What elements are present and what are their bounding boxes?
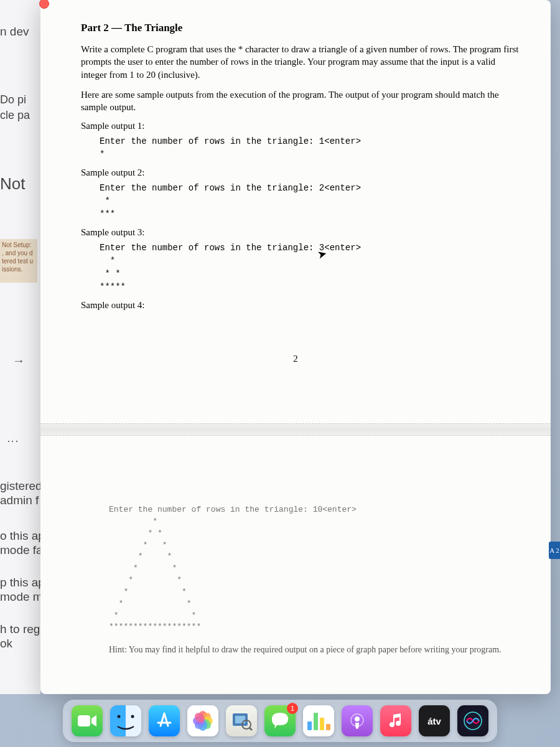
page-2-content: Enter the number of rows in the triangle…: [81, 504, 520, 656]
appstore-app-icon[interactable]: [149, 705, 180, 736]
bg-text: admin f: [0, 494, 39, 507]
svg-point-2: [131, 715, 134, 718]
document-window: Part 2 — The Triangle Write a complete C…: [40, 0, 551, 694]
background-window: n dev Do pi cle pa Not Not Setup: , and …: [0, 0, 40, 694]
messages-app-icon[interactable]: 1: [264, 705, 296, 736]
svg-line-6: [250, 728, 252, 730]
sample-label: Sample output 3:: [81, 227, 520, 238]
finder-app-icon[interactable]: [110, 705, 141, 736]
hint-text: Hint: You may find it helpful to draw th…: [109, 644, 520, 656]
bg-text: o this ap: [0, 529, 45, 543]
arrow-icon[interactable]: →: [12, 354, 25, 368]
bg-text: ok: [0, 637, 12, 651]
sample-label: Sample output 2:: [81, 167, 520, 178]
bg-text: Do pi: [0, 93, 26, 106]
page-number: 2: [293, 354, 298, 364]
bg-text: mode m: [0, 590, 43, 604]
svg-point-1: [118, 715, 121, 718]
svg-rect-4: [235, 716, 245, 723]
bg-text: cle pa: [0, 109, 30, 122]
code-output: Enter the number of rows in the triangle…: [100, 135, 520, 161]
bg-text: gistered: [0, 479, 42, 493]
sample-label: Sample output 1:: [81, 121, 520, 131]
siri-app-icon[interactable]: [457, 705, 488, 736]
code-output: Enter the number of rows in the triangle…: [100, 182, 520, 221]
svg-rect-0: [78, 715, 90, 726]
dock: 1 átv: [63, 700, 497, 742]
appletv-app-icon[interactable]: átv: [419, 705, 450, 736]
more-icon[interactable]: ⋮: [6, 436, 20, 444]
numbers-app-icon[interactable]: [303, 705, 334, 736]
sample-label: Sample output 4:: [81, 300, 520, 311]
preview-app-icon[interactable]: [226, 705, 257, 736]
doc-paragraph: Here are some sample outputs from the ex…: [81, 88, 520, 114]
bg-text: p this ap: [0, 576, 45, 590]
bg-text: mode fa: [0, 543, 43, 557]
right-badge[interactable]: A 2: [549, 542, 560, 559]
code-output: Enter the number of rows in the triangle…: [100, 242, 520, 294]
photos-app-icon[interactable]: [187, 705, 218, 736]
podcasts-app-icon[interactable]: [342, 705, 373, 736]
music-app-icon[interactable]: [380, 705, 411, 736]
svg-point-7: [355, 716, 360, 721]
bg-warning-box: Not Setup: , and you d tered test u issi…: [0, 239, 37, 283]
facetime-app-icon[interactable]: [72, 705, 103, 736]
badge-count: 1: [287, 703, 298, 714]
bg-text: n dev: [0, 25, 29, 39]
page-break: [40, 423, 551, 436]
doc-paragraph: Write a complete C program that uses the…: [81, 43, 520, 81]
bg-text: Not: [0, 174, 25, 194]
doc-heading: Part 2 — The Triangle: [81, 22, 520, 34]
code-output: Enter the number of rows in the triangle…: [109, 504, 520, 633]
